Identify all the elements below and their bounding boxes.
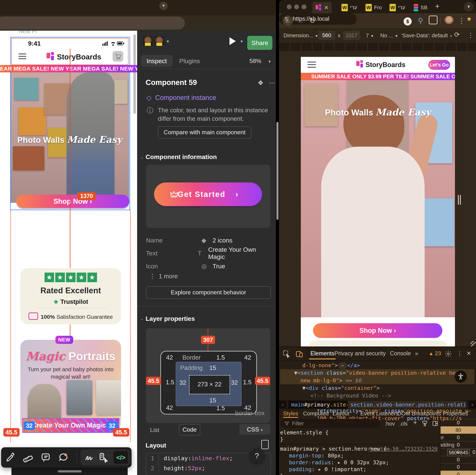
play-button[interactable] [230, 37, 236, 45]
draw-mode-icon[interactable] [84, 452, 95, 463]
pin-extension-icon[interactable]: ⚲ [415, 16, 426, 26]
styles-tab-styles[interactable]: Styles [283, 409, 298, 418]
shop-now-button[interactable]: Shop Now › 1370 [16, 195, 129, 208]
styles-tab-dom-breakpoints[interactable]: DOM Breakpoints [397, 409, 441, 418]
prop-value[interactable]: 2 icons [212, 237, 233, 244]
site-settings-icon[interactable] [284, 16, 289, 22]
section-layer-properties[interactable]: Layer properties [146, 315, 195, 322]
styles-tab-computed[interactable]: Computed [303, 409, 329, 418]
compare-button[interactable]: Compare with main component [158, 126, 251, 138]
menu-hamburger-icon[interactable] [18, 54, 26, 60]
styles-tab-properties[interactable]: Properties [443, 409, 468, 418]
css-rule-source[interactable]: *custom-50.…723232:1520 [369, 445, 438, 452]
panel-scrollbar[interactable] [276, 122, 278, 220]
section-chevron-icon[interactable]: ⌄ [140, 155, 143, 160]
tree-node-selected[interactable]: ▼<section class="video-banner position-r… [280, 369, 474, 384]
tab-close-icon[interactable]: ✕ [324, 5, 328, 11]
component-menu-icon[interactable]: ⋯ [269, 79, 275, 87]
collaborator-avatar-1[interactable] [143, 36, 153, 46]
styles-tab-layout[interactable]: Layout [333, 409, 349, 418]
figma-canvas[interactable]: New Fi 9:41 StoryBoards EAR MEGA SALE! N… [0, 31, 137, 475]
tab-search-chevron[interactable]: ▾ [464, 2, 474, 11]
comment-icon[interactable] [40, 452, 51, 463]
traffic-light-zoom[interactable] [302, 4, 306, 9]
ruler-icon[interactable] [23, 452, 33, 463]
traffic-light-minimize[interactable] [294, 4, 299, 9]
selected-cta-element[interactable]: Create Your Own Magic › [22, 418, 119, 433]
css-declaration[interactable]: border-radius: ▸ 0 0 32px 32px; [280, 459, 440, 466]
styles-tab-event-listeners[interactable]: Event Listeners [360, 409, 399, 418]
explore-behavior-button[interactable]: Explore component behavior [146, 286, 271, 299]
list-option[interactable]: List [150, 426, 159, 433]
prop-value[interactable]: Create Your Own Magic [208, 246, 270, 261]
share-button[interactable]: Share [247, 36, 272, 50]
tree-node[interactable]: d-lg-none">⋯</a> [280, 361, 474, 369]
device-toolbar-icon[interactable] [295, 350, 304, 358]
boxmodel-sidebar[interactable]: 080er0adding00 560×845 0000 [441, 419, 476, 475]
devtools-tab-console[interactable]: Console [390, 347, 411, 360]
devtools-tab-privacy-and-security[interactable]: Privacy and security [335, 347, 386, 360]
hover-state-button[interactable]: :hov [385, 420, 395, 427]
browser-tab-Fro[interactable]: WFro [362, 2, 385, 13]
device-dimensions-select[interactable]: Dimension... ▼ [283, 32, 318, 40]
css-dropdown[interactable]: CSS ▾ [239, 424, 270, 435]
throttling-select[interactable]: No ... ▼ [380, 32, 398, 40]
browser-tab-ערי[interactable]: Wערי [338, 2, 360, 13]
class-button[interactable]: .cls [400, 420, 408, 427]
breadcrumb-back-icon[interactable]: ‹ [279, 401, 286, 409]
sidebar-toggle-icon[interactable] [432, 420, 438, 426]
extensions-puzzle-icon[interactable] [428, 16, 438, 26]
tree-node[interactable]: <!-- Background Video --> [280, 392, 474, 399]
filter-input[interactable]: Filter [280, 419, 380, 428]
url-text[interactable]: https://sb.local [293, 16, 329, 22]
section-component-information[interactable]: Component information [146, 153, 217, 161]
css-declaration[interactable]: margin-top: 80px; [280, 452, 440, 459]
site-shop-now-button[interactable]: Shop Now › [313, 323, 442, 338]
tabstrip-chevron-button[interactable]: ▾ [159, 1, 168, 10]
cashback-extension-icon[interactable]: $ [403, 16, 413, 26]
browser-menu-icon[interactable]: ⋮ [456, 16, 467, 26]
prop-value[interactable]: True [212, 262, 225, 270]
one-more-row[interactable]: ⋮ 1 more [149, 273, 178, 280]
warnings-badge[interactable]: 23 [429, 350, 441, 357]
cart-button[interactable] [113, 51, 123, 62]
breadcrumb-section[interactable]: section.video-banner.position-relative.h… [348, 401, 466, 409]
new-rule-icon[interactable]: + [413, 419, 417, 426]
eyedropper-icon[interactable] [5, 452, 16, 463]
inspect-element-icon[interactable] [282, 350, 290, 358]
viewport-height-input[interactable]: 1017 [343, 31, 360, 40]
code-mode-button[interactable]: </> [113, 451, 128, 464]
menu-hamburger-icon[interactable] [307, 62, 316, 68]
devtools-tab-elements[interactable]: Elements [310, 347, 334, 360]
copy-icon[interactable] [261, 440, 269, 449]
avatars-chevron-icon[interactable]: ▾ [167, 39, 169, 44]
new-tab-button[interactable]: + [435, 2, 440, 11]
accessibility-icon[interactable] [455, 370, 467, 383]
device-menu-icon[interactable]: ⋮ [468, 32, 474, 39]
tab-plugins[interactable]: Plugins [179, 55, 200, 67]
traffic-light-close[interactable] [287, 4, 292, 9]
browser-tab-ערי[interactable]: Wערי [386, 2, 408, 13]
annotate-icon[interactable] [58, 452, 69, 463]
lets-go-button[interactable]: Let's Go [428, 60, 450, 70]
css-rule-selector[interactable]: main#primary > section.hero-new {*custom… [280, 445, 440, 452]
browser-tab-SB[interactable]: SB [410, 2, 431, 13]
zoom-level[interactable]: 58% ▾ [249, 55, 271, 67]
play-chevron-icon[interactable]: ▾ [240, 39, 243, 44]
devtools-close-icon[interactable]: ✕ [466, 347, 471, 360]
save-data-select[interactable]: 'Save-Data': default ▼ [401, 32, 453, 40]
layout-code-line[interactable]: 2height: 52px; [146, 463, 271, 473]
more-tabs-icon[interactable]: » [415, 347, 418, 360]
zoom-select[interactable]: 7 ▼ [366, 32, 374, 40]
browser-tab-storyboards[interactable]: ✕ [312, 2, 332, 13]
tree-node[interactable]: ▼<div class="container"> [280, 384, 474, 392]
profile-avatar[interactable] [444, 16, 454, 26]
viewport-resize-handle[interactable] [458, 195, 461, 205]
component-icon[interactable]: ❖ [258, 79, 264, 87]
tab-inspect[interactable]: Inspect [141, 55, 172, 67]
rendering-icon[interactable] [422, 420, 428, 426]
collaborator-avatar-2[interactable] [154, 36, 164, 46]
devtools-settings-icon[interactable] [444, 350, 452, 358]
element-style-rule[interactable]: element.style { [280, 429, 440, 436]
styles-pane[interactable]: element.style { } main#primary > section… [280, 429, 440, 475]
